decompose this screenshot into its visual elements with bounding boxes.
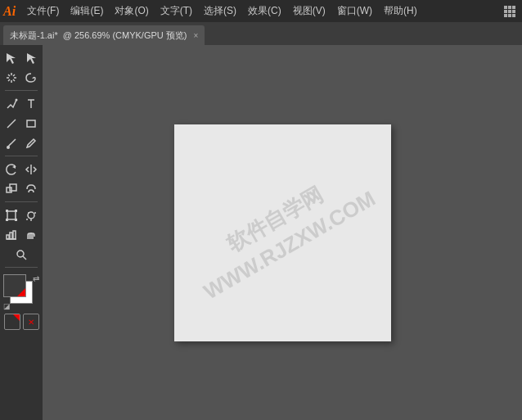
type-tool[interactable]: [22, 94, 41, 113]
tab-close-button[interactable]: ×: [193, 31, 198, 40]
menu-type[interactable]: 文字(T): [155, 2, 197, 20]
title-bar: Ai 文件(F) 编辑(E) 对象(O) 文字(T) 选择(S) 效果(C) 视…: [0, 0, 522, 22]
column-graph-row: [0, 225, 43, 244]
paintbrush-row: [0, 133, 43, 152]
svg-rect-15: [7, 187, 11, 192]
color-mode-row: ✕: [4, 314, 39, 330]
tab-info: @ 256.69% (CMYK/GPU 预览): [63, 29, 187, 42]
menu-bar: 文件(F) 编辑(E) 对象(O) 文字(T) 选择(S) 效果(C) 视图(V…: [22, 2, 501, 20]
selection-tool-row: [0, 48, 43, 67]
foreground-color-swatch[interactable]: [3, 274, 26, 297]
tab-title: 未标题-1.ai*: [10, 29, 58, 42]
line-tool-row: [0, 114, 43, 133]
document-tab[interactable]: 未标题-1.ai* @ 256.69% (CMYK/GPU 预览) ×: [3, 25, 205, 45]
svg-rect-20: [6, 219, 8, 221]
app-switcher-button[interactable]: [501, 2, 519, 20]
symbol-sprayer-tool[interactable]: [22, 205, 41, 224]
svg-point-24: [26, 219, 28, 220]
svg-point-13: [7, 146, 10, 149]
menu-view[interactable]: 视图(V): [288, 2, 331, 20]
grid-icon: [504, 6, 515, 17]
menu-file[interactable]: 文件(F): [22, 2, 64, 20]
zoom-tool-row: [0, 245, 43, 264]
tab-bar: 未标题-1.ai* @ 256.69% (CMYK/GPU 预览) ×: [0, 22, 522, 45]
swap-colors-icon[interactable]: ⇄: [33, 274, 39, 283]
menu-object[interactable]: 对象(O): [110, 2, 153, 20]
magic-wand-tool[interactable]: [2, 68, 21, 87]
svg-point-26: [28, 212, 29, 214]
pencil-tool[interactable]: [22, 133, 41, 152]
pen-tool[interactable]: [2, 94, 21, 113]
reflect-tool[interactable]: [22, 160, 41, 178]
svg-line-7: [8, 79, 10, 81]
stroke-none-button[interactable]: ✕: [23, 314, 39, 330]
svg-rect-28: [10, 233, 12, 239]
toolbar: ⇄ ◪ ✕: [0, 45, 43, 420]
scale-tool[interactable]: [2, 179, 21, 198]
svg-rect-29: [13, 231, 16, 239]
scale-tool-row: [0, 179, 43, 198]
rectangle-tool[interactable]: [22, 114, 41, 133]
free-transform-tool[interactable]: [2, 205, 21, 224]
paintbrush-tool[interactable]: [2, 133, 21, 152]
selection-tool[interactable]: [2, 48, 21, 67]
menu-edit[interactable]: 编辑(E): [65, 2, 108, 20]
menu-window[interactable]: 窗口(W): [332, 2, 377, 20]
menu-help[interactable]: 帮助(H): [379, 2, 422, 20]
pen-tool-row: [0, 94, 43, 113]
magic-wand-row: [0, 68, 43, 87]
svg-rect-21: [15, 219, 17, 221]
menu-effect[interactable]: 效果(C): [243, 2, 286, 20]
watermark: 软件自学网 WWW.RJZXW.COM: [183, 158, 381, 306]
svg-rect-18: [6, 210, 8, 212]
svg-point-31: [17, 251, 24, 257]
svg-rect-17: [7, 211, 16, 219]
hand-tool[interactable]: [22, 225, 41, 244]
rotate-tool-row: [0, 160, 43, 178]
color-swatches: ⇄ ◪: [3, 274, 39, 310]
main-area: ⇄ ◪ ✕ 软件自学网 WWW.RJZXW.COM: [0, 45, 522, 420]
menu-select[interactable]: 选择(S): [199, 2, 241, 20]
direct-selection-tool[interactable]: [22, 48, 41, 67]
svg-rect-19: [15, 210, 17, 212]
lasso-tool[interactable]: [22, 68, 41, 87]
default-colors-icon[interactable]: ◪: [3, 302, 11, 310]
svg-line-11: [7, 120, 16, 128]
svg-line-6: [13, 75, 15, 76]
svg-line-32: [23, 256, 26, 260]
canvas-area[interactable]: 软件自学网 WWW.RJZXW.COM: [43, 45, 522, 420]
svg-point-8: [16, 98, 18, 101]
graph-tool-row: [0, 205, 43, 224]
svg-rect-12: [27, 120, 35, 127]
line-tool[interactable]: [2, 114, 21, 133]
svg-point-25: [34, 212, 36, 214]
app-logo: Ai: [3, 4, 16, 19]
svg-line-5: [13, 79, 15, 81]
rotate-tool[interactable]: [2, 160, 21, 178]
column-graph-tool[interactable]: [2, 225, 21, 244]
warp-tool[interactable]: [22, 179, 41, 198]
artboard: 软件自学网 WWW.RJZXW.COM: [174, 124, 391, 341]
svg-line-4: [8, 75, 10, 76]
zoom-tool[interactable]: [12, 245, 31, 264]
fill-none-button[interactable]: [4, 314, 20, 330]
